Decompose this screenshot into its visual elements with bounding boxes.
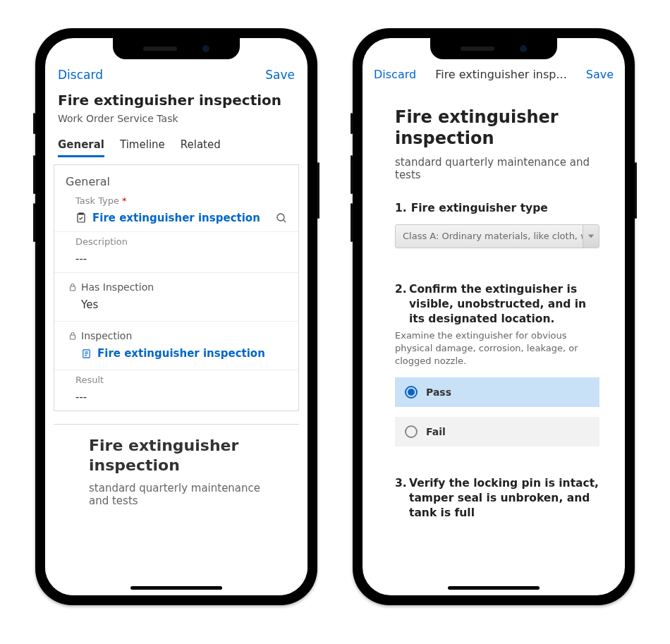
radio-icon <box>405 386 418 399</box>
inspection-preview-title: Fire extinguisher inspection <box>89 436 284 475</box>
q3-text: Verify the locking pin is intact, tamper… <box>409 476 599 521</box>
header-title-truncated: Fire extinguisher insp... <box>423 68 579 81</box>
label-result: Result <box>75 375 287 385</box>
lock-icon <box>68 332 77 340</box>
tab-timeline[interactable]: Timeline <box>120 138 165 157</box>
page-title: Fire extinguisher inspection <box>58 92 295 109</box>
general-card: General Task Type* Fire extinguisher ins… <box>54 164 299 411</box>
value-inspection: Fire extinguisher inspection <box>97 347 265 360</box>
q2-text: Confirm the extinguisher is visible, uno… <box>409 282 599 327</box>
phone-notch <box>430 38 557 59</box>
inspection-preview-card: Fire extinguisher inspection standard qu… <box>54 424 299 528</box>
field-description[interactable]: Description --- <box>54 232 298 273</box>
value-result: --- <box>75 391 87 403</box>
content-area: General Task Type* Fire extinguisher ins… <box>45 157 307 595</box>
save-button[interactable]: Save <box>265 68 295 82</box>
question-3: 3. Verify the locking pin is intact, tam… <box>395 476 599 521</box>
value-description: --- <box>75 253 87 265</box>
label-inspection: Inspection <box>81 330 132 341</box>
svg-rect-3 <box>71 335 75 339</box>
link-inspection[interactable]: Fire extinguisher inspection <box>81 347 287 360</box>
svg-point-1 <box>277 214 284 221</box>
screen-left: Discard Save Fire extinguisher inspectio… <box>45 38 307 595</box>
tab-related[interactable]: Related <box>181 138 221 157</box>
q1-number: 1. <box>395 201 407 216</box>
lock-icon <box>68 283 77 291</box>
field-has-inspection: Has Inspection <box>54 273 298 296</box>
q2-option-fail-label: Fail <box>426 426 446 437</box>
q2-description: Examine the extinguisher for obvious phy… <box>395 329 599 368</box>
label-task-type: Task Type <box>75 195 119 206</box>
field-task-type[interactable]: Task Type* Fire extinguisher inspection <box>54 191 298 232</box>
radio-icon <box>405 425 418 438</box>
discard-button[interactable]: Discard <box>58 68 103 82</box>
clipboard-icon <box>75 212 87 224</box>
search-icon[interactable] <box>276 212 287 224</box>
chevron-down-icon <box>588 234 594 238</box>
field-inspection: Inspection <box>54 321 298 344</box>
form-title: Fire extinguisher inspection <box>395 107 599 149</box>
label-has-inspection: Has Inspection <box>81 281 154 293</box>
form-icon <box>81 348 92 359</box>
required-indicator: * <box>122 195 127 206</box>
phone-frame-right: Discard Fire extinguisher insp... Save F… <box>353 28 635 605</box>
page-subtitle: Work Order Service Task <box>58 113 295 124</box>
inspection-preview-subtitle: standard quarterly maintenance and tests <box>89 482 284 507</box>
field-result[interactable]: Result --- <box>54 370 298 411</box>
tab-bar: General Timeline Related <box>58 138 295 157</box>
section-title-general: General <box>54 165 298 191</box>
inspection-form: Fire extinguisher inspection standard qu… <box>374 94 614 525</box>
q1-dropdown[interactable]: Class A: Ordinary materials, like cloth,… <box>395 224 599 248</box>
q2-option-pass-label: Pass <box>426 387 451 398</box>
home-indicator <box>448 586 540 590</box>
content-area-2: Fire extinguisher inspection standard qu… <box>363 88 625 595</box>
question-2: 2. Confirm the extinguisher is visible, … <box>395 282 599 446</box>
form-subtitle: standard quarterly maintenance and tests <box>395 156 599 181</box>
phone-frame-left: Discard Save Fire extinguisher inspectio… <box>35 28 317 605</box>
svg-rect-2 <box>71 286 75 291</box>
q2-option-pass[interactable]: Pass <box>395 377 599 407</box>
discard-button[interactable]: Discard <box>374 68 416 81</box>
q2-option-fail[interactable]: Fail <box>395 417 599 446</box>
q3-number: 3. <box>395 476 405 491</box>
screen-right: Discard Fire extinguisher insp... Save F… <box>363 38 625 595</box>
value-task-type: Fire extinguisher inspection <box>92 212 260 224</box>
q1-text: Fire extinguisher type <box>411 201 548 216</box>
svg-rect-0 <box>78 214 85 222</box>
label-description: Description <box>75 236 287 247</box>
q1-dropdown-value: Class A: Ordinary materials, like cloth,… <box>403 231 594 241</box>
question-1: 1. Fire extinguisher type Class A: Ordin… <box>395 201 599 248</box>
tab-general[interactable]: General <box>58 138 104 157</box>
q2-number: 2. <box>395 282 405 297</box>
value-has-inspection: Yes <box>54 296 298 321</box>
save-button[interactable]: Save <box>586 68 614 81</box>
home-indicator <box>130 586 222 590</box>
phone-notch <box>113 38 240 59</box>
